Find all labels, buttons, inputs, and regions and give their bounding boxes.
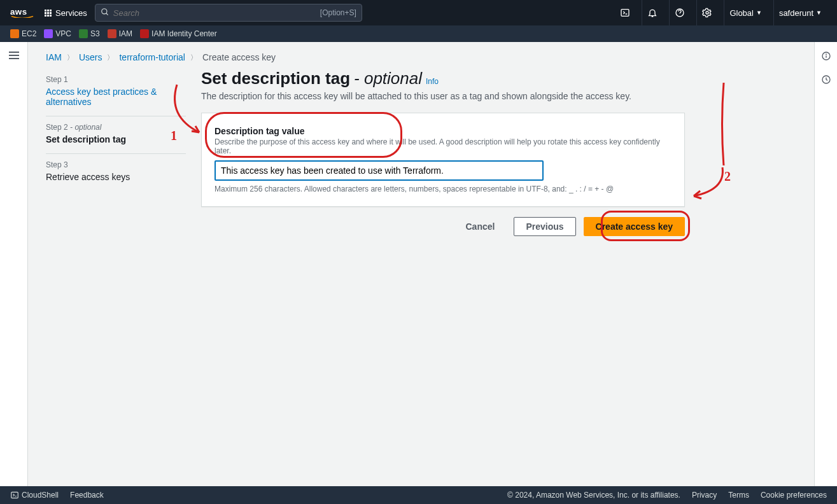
shortcut-vpc[interactable]: VPC (44, 29, 71, 38)
settings-icon[interactable] (696, 0, 717, 25)
notifications-icon[interactable] (642, 0, 663, 25)
svg-point-5 (706, 11, 708, 14)
chevron-right-icon: 〉 (190, 53, 197, 62)
breadcrumb-user[interactable]: terraform-tutorial (119, 52, 185, 62)
svg-text:aws: aws (10, 6, 27, 16)
field-hint: Describe the purpose of this access key … (215, 137, 672, 155)
cloudshell-icon[interactable] (615, 0, 635, 25)
step-title: Set description tag (46, 134, 186, 144)
right-rail (814, 42, 837, 486)
account-menu[interactable]: safderunt ▼ (773, 0, 827, 25)
history-icon[interactable] (821, 74, 831, 87)
search-icon (101, 8, 109, 18)
help-icon[interactable] (669, 0, 690, 25)
step-title[interactable]: Access key best practices & alternatives (46, 87, 186, 107)
top-nav: aws Services [Option+S] Global ▼ safderu… (0, 0, 837, 25)
services-button[interactable]: Services (45, 8, 87, 18)
description-tag-input[interactable] (215, 160, 544, 181)
left-rail (0, 42, 28, 486)
previous-button[interactable]: Previous (514, 217, 575, 236)
annotation-arrow-2 (687, 164, 732, 202)
page-title: Set description tag - optional Info (201, 69, 685, 88)
field-constraint: Maximum 256 characters. Allowed characte… (215, 185, 672, 193)
chevron-right-icon: 〉 (107, 53, 114, 62)
shortcut-iam[interactable]: IAM (108, 29, 132, 38)
wizard-step-1[interactable]: Step 1 Access key best practices & alter… (46, 69, 186, 116)
chevron-right-icon: 〉 (67, 53, 74, 62)
svg-point-1 (102, 8, 107, 13)
wizard-step-2: Step 2 - optional Set description tag (46, 116, 186, 154)
action-buttons: Cancel Previous Create access key (201, 217, 685, 236)
breadcrumb: IAM 〉 Users 〉 terraform-tutorial 〉 Creat… (46, 52, 796, 62)
step-title: Retrieve access keys (46, 172, 186, 182)
search-box[interactable]: [Option+S] (95, 4, 362, 22)
field-label: Description tag value (215, 126, 672, 136)
search-input[interactable] (109, 8, 320, 18)
menu-toggle-icon[interactable] (9, 50, 19, 486)
step-label: Step 1 (46, 75, 186, 84)
grid-icon (45, 10, 52, 17)
aws-logo[interactable]: aws (10, 6, 34, 20)
form-panel: Set description tag - optional Info The … (201, 69, 685, 236)
form-card: Description tag value Describe the purpo… (201, 113, 685, 207)
info-link[interactable]: Info (426, 77, 439, 86)
svg-point-8 (826, 54, 826, 55)
shortcut-ec2[interactable]: EC2 (10, 29, 36, 38)
svg-line-2 (106, 13, 108, 15)
breadcrumb-iam[interactable]: IAM (46, 52, 62, 62)
step-label: Step 3 (46, 160, 186, 169)
services-label: Services (55, 8, 87, 18)
annotation-label-2: 2 (724, 169, 731, 184)
service-shortcuts: EC2 VPC S3 IAM IAM Identity Center (0, 25, 837, 42)
wizard-step-3: Step 3 Retrieve access keys (46, 154, 186, 191)
info-panel-icon[interactable] (821, 51, 831, 63)
annotation-line-2 (719, 83, 728, 165)
page-description: The description for this access key will… (201, 91, 685, 101)
shortcut-s3[interactable]: S3 (79, 29, 100, 38)
step-label: Step 2 - optional (46, 123, 186, 132)
create-access-key-button[interactable]: Create access key (584, 217, 685, 236)
region-selector[interactable]: Global ▼ (724, 0, 767, 25)
main-content: IAM 〉 Users 〉 terraform-tutorial 〉 Creat… (28, 42, 814, 486)
wizard-steps: Step 1 Access key best practices & alter… (46, 69, 186, 236)
shortcut-iam-identity-center[interactable]: IAM Identity Center (140, 29, 217, 38)
breadcrumb-users[interactable]: Users (79, 52, 102, 62)
cancel-button[interactable]: Cancel (454, 218, 507, 235)
search-hint: [Option+S] (320, 8, 356, 17)
breadcrumb-current: Create access key (202, 52, 276, 62)
